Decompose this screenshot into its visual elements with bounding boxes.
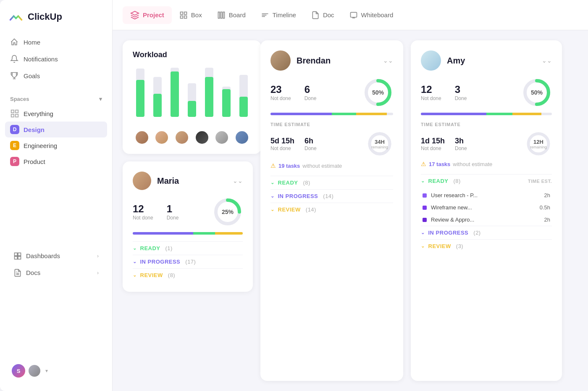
spaces-label: Spaces	[10, 96, 29, 102]
brendan-done-num: 6	[304, 84, 317, 95]
dashboards-chevron: ›	[97, 253, 99, 259]
home-icon	[10, 38, 18, 46]
brendan-ready-count: (8)	[303, 180, 310, 186]
spaces-chevron[interactable]: ▾	[99, 96, 102, 102]
amy-time-stats: 1d 15h Not done 3h Done 12H remaining	[421, 130, 552, 157]
amy-done-stat: 3 Done	[455, 84, 467, 101]
avatar-3	[176, 131, 188, 144]
bar-bg-2	[153, 77, 162, 117]
amy-review-section[interactable]: ⌄ REVIEW (3)	[421, 239, 552, 253]
amy-warning-link[interactable]: 17 tasks	[429, 161, 450, 167]
brendan-header: Brendan ⌄⌄	[270, 50, 393, 71]
brendan-not-done-time-label: Not done	[270, 145, 294, 151]
maria-progress-blue	[133, 232, 193, 235]
tab-board-label: Board	[229, 11, 246, 18]
bar-group-7	[236, 68, 251, 117]
sidebar-item-dashboards[interactable]: Dashboards ›	[8, 248, 104, 264]
docs-label: Docs	[26, 269, 40, 276]
sidebar-item-engineering[interactable]: E Engineering	[5, 137, 107, 153]
warning-icon: ⚠	[270, 162, 276, 169]
bar-bg-1	[136, 69, 144, 117]
amy-inprogress-arrow: ⌄	[421, 230, 425, 235]
tab-box-label: Box	[191, 11, 202, 18]
brendan-warning-link[interactable]: 19 tasks	[278, 163, 300, 169]
maria-review-section[interactable]: ⌄ REVIEW (8)	[133, 268, 243, 282]
clickup-logo-icon	[8, 9, 24, 24]
tab-whiteboard[interactable]: Whiteboard	[342, 7, 401, 24]
amy-avatar	[421, 50, 441, 71]
svg-rect-18	[350, 12, 357, 17]
maria-collapse-button[interactable]: ⌄⌄	[233, 177, 243, 184]
engineering-badge: E	[10, 141, 19, 150]
maria-inprogress-section[interactable]: ⌄ IN PROGRESS (17)	[133, 255, 243, 268]
user-area: S ▾	[0, 352, 112, 391]
tab-board[interactable]: Board	[210, 7, 253, 24]
brendan-time-stats: 5d 15h Not done 6h Done 34H	[270, 130, 393, 157]
tab-timeline[interactable]: Timeline	[253, 7, 304, 24]
amy-collapse-button[interactable]: ⌄⌄	[542, 57, 552, 64]
user-avatars[interactable]: S ▾	[7, 359, 105, 383]
task-dot-1	[423, 193, 427, 198]
sidebar-item-product[interactable]: P Product	[5, 153, 107, 169]
amy-ready-section[interactable]: ⌄ READY (8) TIME EST.	[421, 174, 552, 188]
brendan-ready-label: READY	[278, 180, 298, 186]
task-row-3[interactable]: Review & Appro... 2h	[421, 214, 552, 226]
maria-not-done-label: Not done	[133, 215, 153, 221]
bar-bg-6	[222, 87, 231, 117]
brendan-inprogress-section[interactable]: ⌄ IN PROGRESS (14)	[270, 189, 393, 203]
bar-group-6	[219, 68, 234, 117]
sidebar-item-docs[interactable]: Docs ›	[8, 265, 104, 280]
notifications-label: Notifications	[24, 55, 58, 63]
sidebar-item-everything[interactable]: Everything	[5, 106, 107, 122]
tab-project[interactable]: Project	[123, 6, 172, 24]
user-dropdown-arrow[interactable]: ▾	[45, 368, 48, 374]
bar-fill-2	[153, 94, 162, 117]
amy-review-count: (3)	[456, 243, 463, 249]
maria-stats-row: 12 Not done 1 Done 25%	[133, 197, 243, 227]
svg-rect-4	[15, 253, 18, 256]
sidebar: ClickUp Home Notifications Goals Spaces …	[0, 0, 113, 391]
amy-progress-bar	[421, 113, 552, 115]
bar-bg-3	[171, 68, 179, 117]
sidebar-item-goals[interactable]: Goals	[5, 67, 107, 84]
brendan-review-section[interactable]: ⌄ REVIEW (14)	[270, 203, 393, 216]
brendan-name: Brendan	[297, 56, 331, 66]
bar-group-1	[133, 68, 147, 117]
dashboards-label: Dashboards	[26, 252, 60, 259]
product-label: Product	[24, 158, 45, 165]
sidebar-item-design[interactable]: D Design	[5, 122, 107, 137]
amy-time-donut: 12H remaining	[525, 130, 552, 157]
task-time-1: 2h	[544, 192, 550, 198]
svg-rect-9	[184, 12, 187, 14]
brendan-not-done-num: 23	[270, 84, 291, 95]
tab-box[interactable]: Box	[172, 7, 210, 24]
task-dot-3	[423, 218, 427, 222]
brendan-collapse-button[interactable]: ⌄⌄	[383, 57, 393, 64]
tab-doc-label: Doc	[323, 11, 334, 18]
dashboards-icon	[13, 252, 22, 260]
amy-time-label: 12H remaining	[530, 139, 547, 149]
svg-rect-8	[180, 12, 183, 14]
tab-doc[interactable]: Doc	[304, 7, 342, 24]
amy-inprogress-section[interactable]: ⌄ IN PROGRESS (2)	[421, 226, 552, 239]
brendan-ready-section[interactable]: ⌄ READY (8)	[270, 176, 393, 189]
sidebar-item-home[interactable]: Home	[5, 34, 107, 50]
task-name-2: Wireframe new...	[431, 204, 536, 211]
brendan-card: Brendan ⌄⌄ 23 Not done 6 Done 50%	[260, 40, 403, 381]
amy-remaining-label: remaining	[530, 145, 547, 149]
cube-icon	[130, 11, 139, 20]
task-row-2[interactable]: Wireframe new... 0.5h	[421, 201, 552, 214]
amy-name: Amy	[447, 56, 465, 66]
brendan-progress-yellow	[356, 113, 387, 115]
maria-ready-section[interactable]: ⌄ READY (1)	[133, 241, 243, 255]
task-row-1[interactable]: User research - P... 2h	[421, 189, 552, 201]
bar-group-5	[202, 68, 217, 117]
amy-inprogress-label: IN PROGRESS	[428, 230, 469, 236]
maria-not-done-num: 12	[133, 203, 153, 215]
maria-review-label: REVIEW	[140, 272, 163, 278]
maria-not-done-stat: 12 Not done	[133, 203, 153, 221]
user-initial-avatar: S	[12, 364, 25, 378]
board-icon	[217, 11, 226, 19]
sidebar-item-notifications[interactable]: Notifications	[5, 50, 107, 67]
brendan-inprogress-arrow: ⌄	[270, 193, 275, 199]
